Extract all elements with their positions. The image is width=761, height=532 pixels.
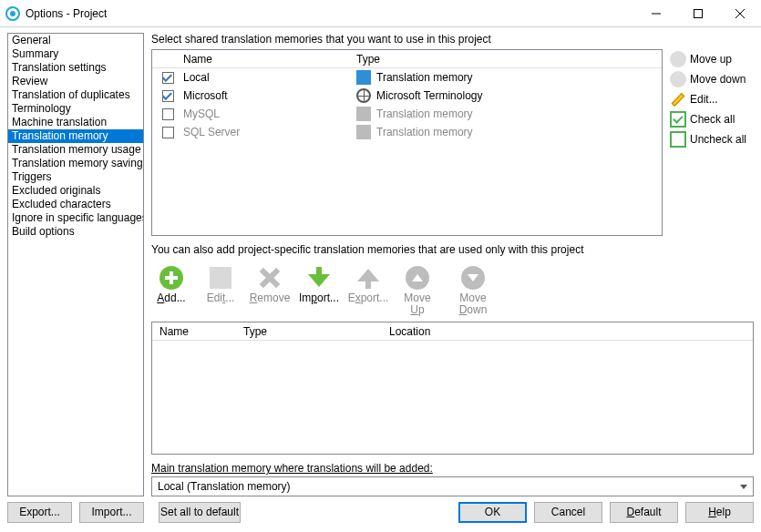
sidebar-item-terminology[interactable]: Terminology xyxy=(8,102,143,116)
shared-side-actions: Move up Move down Edit... Check all Unch… xyxy=(670,49,754,236)
column-location[interactable]: Location xyxy=(389,325,753,338)
cancel-button[interactable]: Cancel xyxy=(534,502,602,523)
main-memory-label: Main translation memory where translatio… xyxy=(151,462,754,475)
translation-memory-icon xyxy=(356,70,371,85)
pencil-icon xyxy=(670,91,686,107)
title-bar: Options - Project xyxy=(0,0,761,27)
checkbox-icon[interactable] xyxy=(162,72,174,84)
maximize-button[interactable] xyxy=(677,0,719,26)
checkbox-icon[interactable] xyxy=(162,108,174,120)
export-icon xyxy=(357,269,379,281)
import-icon xyxy=(308,274,330,287)
import-button[interactable]: Import... xyxy=(79,502,144,523)
edit-icon xyxy=(210,267,231,289)
main-memory-dropdown[interactable]: Local (Translation memory) xyxy=(151,476,754,496)
content: General Summary Translation settings Rev… xyxy=(0,27,761,496)
row-type: Translation memory xyxy=(376,126,473,138)
sidebar-item-summary[interactable]: Summary xyxy=(8,47,143,61)
column-name[interactable]: Name xyxy=(183,53,356,66)
row-name: Local xyxy=(183,71,210,84)
row-type: Translation memory xyxy=(376,71,473,84)
sidebar-item-excluded-characters[interactable]: Excluded characters xyxy=(8,198,143,211)
sidebar-item-translation-settings[interactable]: Translation settings xyxy=(8,61,143,75)
shared-memories-table[interactable]: Name Type Local Translation memory Micro… xyxy=(151,49,663,236)
globe-icon xyxy=(356,88,371,103)
main-panel: Select shared translation memories that … xyxy=(151,33,754,496)
shared-row[interactable]: Microsoft Microsoft Terminology xyxy=(152,87,662,105)
window-buttons xyxy=(635,0,761,26)
shared-table-header: Name Type xyxy=(152,50,662,68)
sidebar-item-excluded-originals[interactable]: Excluded originals xyxy=(8,184,143,198)
sidebar-item-translation-memory[interactable]: Translation memory xyxy=(8,129,143,143)
sidebar-item-translation-memory-saving[interactable]: Translation memory saving xyxy=(8,157,143,170)
uncheck-all-button[interactable]: Uncheck all xyxy=(670,129,754,149)
up-arrow-icon xyxy=(406,266,429,290)
help-button[interactable]: Help xyxy=(685,502,754,523)
checkbox-icon[interactable] xyxy=(162,127,174,138)
down-arrow-icon xyxy=(461,266,485,290)
down-arrow-icon xyxy=(670,71,686,87)
edit-button[interactable]: Edit... xyxy=(670,89,754,109)
close-button[interactable] xyxy=(719,0,761,26)
check-icon xyxy=(670,111,686,128)
up-arrow-icon xyxy=(670,51,686,67)
sidebar-item-machine-translation[interactable]: Machine translation xyxy=(8,116,143,129)
move-down-button[interactable]: Move down xyxy=(670,69,754,89)
shared-row[interactable]: SQL Server Translation memory xyxy=(152,123,662,141)
shared-row[interactable]: MySQL Translation memory xyxy=(152,105,662,123)
row-name: MySQL xyxy=(183,107,220,120)
sidebar-item-build-options[interactable]: Build options xyxy=(8,225,143,239)
export-button[interactable]: Export... xyxy=(348,263,388,316)
row-type: Microsoft Terminology xyxy=(376,89,482,102)
import-button[interactable]: Import... xyxy=(299,263,339,316)
column-name[interactable]: Name xyxy=(152,325,243,338)
sidebar-item-review[interactable]: Review xyxy=(8,75,143,88)
move-up-button[interactable]: Move up xyxy=(670,49,754,69)
app-icon xyxy=(5,6,20,21)
check-all-button[interactable]: Check all xyxy=(670,109,754,129)
project-toolbar: Add... Edit... Remove Import... Export..… xyxy=(151,263,754,316)
minimize-button[interactable] xyxy=(635,0,677,26)
plus-icon xyxy=(159,266,183,290)
move-up-button[interactable]: Move Up xyxy=(397,263,437,316)
remove-icon xyxy=(259,267,281,289)
empty-check-icon xyxy=(670,131,686,148)
row-name: Microsoft xyxy=(183,89,228,102)
sidebar-item-translation-memory-usage[interactable]: Translation memory usage xyxy=(8,143,143,157)
default-button[interactable]: Default xyxy=(610,502,678,523)
project-description: You can also add project-specific transl… xyxy=(151,243,754,256)
add-button[interactable]: Add... xyxy=(151,263,191,316)
window-title: Options - Project xyxy=(26,7,635,20)
row-name: SQL Server xyxy=(183,126,240,138)
shared-description: Select shared translation memories that … xyxy=(151,33,754,46)
ok-button[interactable]: OK xyxy=(458,502,527,523)
row-type: Translation memory xyxy=(376,107,473,120)
sidebar-item-triggers[interactable]: Triggers xyxy=(8,170,143,184)
options-sidebar[interactable]: General Summary Translation settings Rev… xyxy=(7,33,144,496)
shared-row[interactable]: Local Translation memory xyxy=(152,68,662,87)
sidebar-item-ignore-in-specific-languages[interactable]: Ignore in specific languages xyxy=(8,211,143,225)
dropdown-value: Local (Translation memory) xyxy=(158,480,291,493)
edit-button[interactable]: Edit... xyxy=(201,263,241,316)
sidebar-item-general[interactable]: General xyxy=(8,34,143,47)
project-table-header: Name Type Location xyxy=(152,322,753,341)
export-button[interactable]: Export... xyxy=(7,502,72,523)
remove-button[interactable]: Remove xyxy=(250,263,290,316)
translation-memory-icon xyxy=(356,107,371,121)
project-memories-table[interactable]: Name Type Location xyxy=(151,322,754,455)
set-all-to-default-button[interactable]: Set all to default xyxy=(159,502,241,523)
move-down-button[interactable]: Move Down xyxy=(447,263,499,316)
column-type[interactable]: Type xyxy=(243,325,389,338)
chevron-down-icon xyxy=(740,485,747,489)
translation-memory-icon xyxy=(356,125,371,139)
checkbox-icon[interactable] xyxy=(162,90,174,102)
column-type[interactable]: Type xyxy=(356,53,662,66)
bottom-bar: Export... Import... Set all to default O… xyxy=(0,496,761,527)
svg-rect-1 xyxy=(694,9,703,17)
sidebar-item-translation-of-duplicates[interactable]: Translation of duplicates xyxy=(8,88,143,102)
